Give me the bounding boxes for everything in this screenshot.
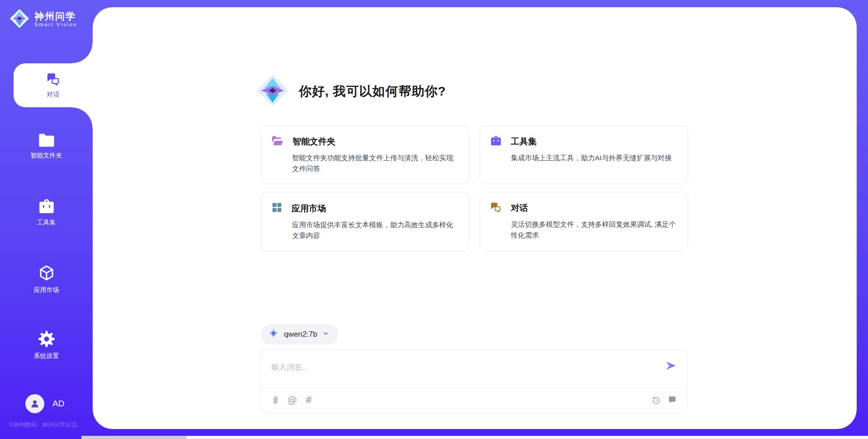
chat-bubbles-icon — [46, 72, 61, 87]
brand-logo: 神州问学 Smart Vision — [9, 8, 77, 31]
app-grid-icon — [271, 202, 283, 215]
sidebar-item-label: 系统设置 — [34, 352, 59, 360]
sidebar-item-label: 智能文件夹 — [31, 152, 62, 160]
user-account[interactable]: AD — [25, 394, 64, 413]
chat-bubbles-icon — [490, 202, 502, 215]
user-label: AD — [52, 399, 64, 409]
brand-name: 神州问学 — [34, 11, 77, 22]
card-description: 应用市场提供丰富长文本模板，助力高效生成多样化文章内容 — [292, 220, 459, 241]
model-name: qwen2:7b — [284, 330, 317, 339]
chevron-down-icon — [322, 330, 329, 339]
sidebar-item-label: 应用市场 — [34, 286, 59, 294]
chat-bubble-icon — [667, 396, 677, 405]
card-toolbox[interactable]: 工具集 集成市场上主流工具，助力AI与外界无缝扩展与对接 — [480, 125, 688, 184]
sidebar-item-app-market[interactable]: 应用市场 — [0, 264, 93, 294]
card-description: 集成市场上主流工具，助力AI与外界无缝扩展与对接 — [511, 153, 678, 163]
at-icon: @ — [288, 395, 297, 406]
card-description: 智能文件夹功能支持批量文件上传与清洗，轻松实现文件问答 — [292, 153, 459, 174]
card-app-market[interactable]: 应用市场 应用市场提供丰富长文本模板，助力高效生成多样化文章内容 — [261, 192, 469, 251]
folder-open-icon — [271, 135, 283, 148]
greeting-diamond-icon — [255, 73, 290, 110]
model-diamond-icon — [268, 328, 279, 341]
message-input[interactable] — [271, 356, 642, 379]
brand-subtitle: Smart Vision — [34, 22, 77, 28]
gear-icon — [38, 330, 56, 348]
history-clock-icon — [651, 396, 661, 405]
card-description: 灵活切换多模型文件，支持多样回复效果调试, 满足个性化需求 — [511, 219, 678, 241]
sidebar-item-chat[interactable]: 对话 — [14, 63, 93, 107]
hashtag-button[interactable]: # — [305, 395, 313, 406]
composer-divider — [260, 388, 687, 389]
copyright-text: ©神州数码 · 神州问学出品 — [9, 421, 77, 429]
card-title: 对话 — [511, 202, 528, 214]
greeting: 你好, 我可以如何帮助你? — [255, 73, 446, 110]
card-title: 工具集 — [511, 136, 537, 148]
hash-icon: # — [305, 395, 313, 406]
main-panel: 你好, 我可以如何帮助你? 智能文件夹 智能文件夹功能支持批量文件上传与清洗，轻… — [93, 7, 857, 429]
sidebar-item-label: 工具集 — [37, 219, 56, 227]
paperclip-icon — [271, 395, 280, 405]
attach-file-button[interactable] — [271, 395, 280, 405]
card-title: 智能文件夹 — [292, 136, 335, 148]
mention-button[interactable]: @ — [288, 395, 297, 406]
card-smart-folder[interactable]: 智能文件夹 智能文件夹功能支持批量文件上传与清洗，轻松实现文件问答 — [261, 125, 469, 184]
avatar — [25, 394, 44, 413]
sidebar-item-label: 对话 — [47, 91, 60, 99]
folder-icon — [38, 133, 55, 148]
card-title: 应用市场 — [292, 203, 326, 215]
model-selector[interactable]: qwen2:7b — [261, 324, 338, 344]
message-composer: @ # — [260, 349, 688, 413]
sidebar: 神州问学 Smart Vision 对话 智能文件夹 工具集 — [0, 0, 93, 439]
horizontal-scrollbar[interactable] — [81, 436, 868, 439]
briefcase-icon — [490, 135, 502, 148]
cube-icon — [38, 264, 55, 282]
composer-toolbar: @ # — [271, 395, 677, 406]
history-button[interactable] — [651, 396, 661, 405]
send-button[interactable] — [665, 359, 677, 372]
feature-cards: 智能文件夹 智能文件夹功能支持批量文件上传与清洗，轻松实现文件问答 工具集 集成… — [261, 125, 688, 251]
greeting-title: 你好, 我可以如何帮助你? — [299, 83, 446, 100]
scrollbar-thumb[interactable] — [81, 436, 186, 439]
sidebar-item-smart-folder[interactable]: 智能文件夹 — [0, 133, 93, 160]
sidebar-item-settings[interactable]: 系统设置 — [0, 330, 93, 360]
sidebar-item-toolbox[interactable]: 工具集 — [0, 198, 93, 227]
card-chat[interactable]: 对话 灵活切换多模型文件，支持多样回复效果调试, 满足个性化需求 — [480, 192, 688, 251]
brand-diamond-icon — [9, 8, 30, 31]
new-chat-button[interactable] — [667, 396, 677, 405]
briefcase-icon — [38, 198, 55, 215]
